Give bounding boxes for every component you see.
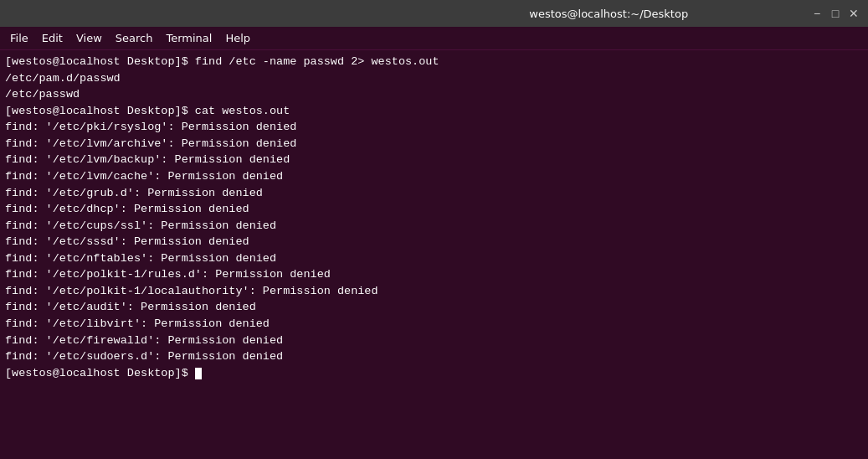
titlebar: westos@localhost:~/Desktop − □ ✕ bbox=[0, 0, 868, 27]
menu-item-search[interactable]: Search bbox=[109, 30, 160, 46]
terminal-line: find: '/etc/firewalld': Permission denie… bbox=[5, 333, 863, 349]
window-title: westos@localhost:~/Desktop bbox=[408, 8, 810, 20]
menu-item-help[interactable]: Help bbox=[218, 30, 257, 46]
terminal-window: westos@localhost:~/Desktop − □ ✕ FileEdi… bbox=[0, 0, 868, 459]
terminal-line: /etc/pam.d/passwd bbox=[5, 70, 863, 87]
close-button[interactable]: ✕ bbox=[846, 6, 861, 21]
terminal-cursor bbox=[195, 368, 202, 379]
terminal-line: find: '/etc/lvm/cache': Permission denie… bbox=[5, 168, 863, 185]
terminal-line: find: '/etc/nftables': Permission denied bbox=[5, 250, 863, 267]
terminal-line: find: '/etc/polkit-1/rules.d': Permissio… bbox=[5, 266, 863, 283]
terminal-line: [westos@localhost Desktop]$ cat westos.o… bbox=[5, 103, 863, 120]
terminal-line: find: '/etc/grub.d': Permission denied bbox=[5, 185, 863, 202]
terminal-line: find: '/etc/dhcp': Permission denied bbox=[5, 201, 863, 218]
terminal-line: [westos@localhost Desktop]$ find /etc -n… bbox=[5, 54, 863, 70]
terminal-body[interactable]: [westos@localhost Desktop]$ find /etc -n… bbox=[0, 50, 868, 459]
menu-item-edit[interactable]: Edit bbox=[35, 30, 69, 46]
window-controls: − □ ✕ bbox=[809, 6, 861, 21]
terminal-line: find: '/etc/lvm/archive': Permission den… bbox=[5, 136, 863, 152]
terminal-line: find: '/etc/cups/ssl': Permission denied bbox=[5, 218, 863, 235]
menu-item-view[interactable]: View bbox=[69, 30, 109, 46]
terminal-line: find: '/etc/libvirt': Permission denied bbox=[5, 316, 863, 333]
terminal-line: find: '/etc/sudoers.d': Permission denie… bbox=[5, 348, 863, 365]
maximize-button[interactable]: □ bbox=[828, 6, 843, 21]
terminal-line: [westos@localhost Desktop]$ bbox=[5, 365, 863, 382]
minimize-button[interactable]: − bbox=[809, 6, 824, 21]
menu-item-file[interactable]: File bbox=[3, 30, 35, 46]
terminal-line: /etc/passwd bbox=[5, 86, 863, 103]
terminal-line: find: '/etc/pki/rsyslog': Permission den… bbox=[5, 119, 863, 136]
menu-item-terminal[interactable]: Terminal bbox=[159, 30, 218, 46]
terminal-line: find: '/etc/polkit-1/localauthority': Pe… bbox=[5, 283, 863, 300]
terminal-line: find: '/etc/lvm/backup': Permission deni… bbox=[5, 152, 863, 168]
terminal-line: find: '/etc/audit': Permission denied bbox=[5, 299, 863, 316]
terminal-line: find: '/etc/sssd': Permission denied bbox=[5, 234, 863, 250]
menubar: FileEditViewSearchTerminalHelp bbox=[0, 27, 868, 50]
